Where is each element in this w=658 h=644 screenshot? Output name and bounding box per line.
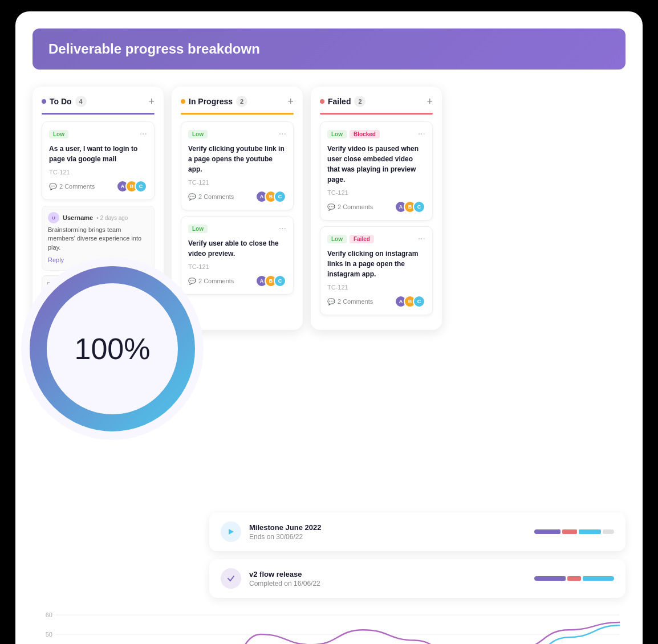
kanban-card: Low ··· Verify clicking youtube link in … <box>181 121 294 210</box>
card-comments: 💬 2 Comments <box>49 183 95 190</box>
card-title: Verify video is paused when user close e… <box>327 144 425 185</box>
svg-text:60: 60 <box>46 612 52 618</box>
card-comments: 💬 2 Comments <box>327 298 373 305</box>
comment-count: 2 Comments <box>59 183 95 190</box>
chart-line <box>55 625 620 644</box>
badge-low: Low <box>327 130 347 138</box>
badge-blocked: Blocked <box>350 130 380 138</box>
col-header-failed: Failed 2 + <box>320 96 433 107</box>
card-avatars: ABC <box>255 190 286 203</box>
sections-wrapper: To Do 4 + Low ··· As a user, I want to l… <box>33 87 625 644</box>
svg-text:50: 50 <box>46 631 52 638</box>
card-badges: LowFailed ··· <box>327 234 425 244</box>
card-avatars: ABC <box>395 295 425 308</box>
comment-user: U Username • 2 days ago <box>48 212 148 223</box>
card-footer: 💬 2 Comments ABC <box>49 180 147 193</box>
badge-failed: Failed <box>350 235 374 243</box>
col-underline-todo <box>42 113 155 115</box>
card-badges: LowBlocked ··· <box>327 129 425 139</box>
milestone-date: Ends on 30/06/22 <box>249 533 526 541</box>
card-id: TC-121 <box>327 284 425 291</box>
comment-icon: 💬 <box>188 193 196 201</box>
bar-segment <box>562 529 577 534</box>
milestone-info: Milestone June 2022 Ends on 30/06/22 <box>249 523 526 541</box>
milestone-title: v2 flow release <box>249 570 526 578</box>
bar-segment <box>603 529 614 534</box>
col-count-failed: 2 <box>354 96 365 107</box>
kanban-card: Low ··· As a user, I want to login to pa… <box>42 121 155 200</box>
comment-count: 2 Comments <box>198 193 234 200</box>
milestone-bar <box>534 576 614 581</box>
card-id: TC-121 <box>49 169 147 176</box>
comment-count: 2 Comments <box>338 298 373 305</box>
avatar: C <box>135 180 147 193</box>
card-id: TC-121 <box>327 189 425 196</box>
col-dot-todo <box>42 99 46 104</box>
comment-icon: 💬 <box>327 298 335 305</box>
avatar: C <box>274 190 286 203</box>
col-title-inprogress: In Progress <box>189 97 233 106</box>
card-menu[interactable]: ··· <box>279 129 286 139</box>
comment-text: Brainstorming brings team members' diver… <box>48 226 148 252</box>
col-add-failed[interactable]: + <box>427 96 433 107</box>
bar-segment <box>583 576 614 581</box>
card-avatars: ABC <box>395 201 425 213</box>
col-count-inprogress: 2 <box>236 96 247 107</box>
svg-marker-2 <box>229 529 234 535</box>
donut-percentage: 100% <box>75 332 151 366</box>
badge-low: Low <box>327 235 347 243</box>
col-dot-inprogress <box>181 99 185 104</box>
bar-segment <box>579 529 601 534</box>
kanban-col-failed: Failed 2 + LowBlocked ··· Verify video i… <box>311 87 442 330</box>
badge-low: Low <box>49 130 68 138</box>
card-badges: Low ··· <box>49 129 147 139</box>
chart-section: 605040302010 JanFebMarAprMayJunJulAugSep… <box>33 609 625 644</box>
col-dot-failed <box>320 99 324 104</box>
milestone-card-milestone1: Milestone June 2022 Ends on 30/06/22 <box>209 512 625 551</box>
card-comments: 💬 2 Comments <box>327 203 373 211</box>
chart-svg: 605040302010 <box>33 609 625 644</box>
col-count-todo: 4 <box>75 96 87 107</box>
card-menu[interactable]: ··· <box>418 234 425 244</box>
comment-icon: 💬 <box>49 183 57 190</box>
chart-wrapper: 605040302010 <box>33 609 625 644</box>
card-menu[interactable]: ··· <box>140 129 147 139</box>
card-menu[interactable]: ··· <box>279 223 286 234</box>
col-title-todo: To Do <box>50 97 72 106</box>
kanban-card: LowBlocked ··· Verify video is paused wh… <box>320 121 433 221</box>
chart-line <box>55 622 620 644</box>
milestone-bar <box>534 529 614 534</box>
col-title-failed: Failed <box>328 97 351 106</box>
card-avatars: ABC <box>255 275 286 287</box>
milestone-card-milestone2: v2 flow release Completed on 16/06/22 <box>209 559 625 598</box>
card-title: Verify clicking youtube link in a page o… <box>188 144 286 174</box>
comment-username: Username <box>63 214 93 221</box>
avatar: C <box>413 201 425 213</box>
header-banner: Deliverable progress breakdown <box>33 28 625 70</box>
milestone-title: Milestone June 2022 <box>249 523 526 532</box>
badge-low: Low <box>188 225 208 233</box>
card-badges: Low ··· <box>188 223 286 234</box>
card-title: As a user, I want to login to page via g… <box>49 144 147 164</box>
milestone-date: Completed on 16/06/22 <box>249 580 526 588</box>
avatar: C <box>274 275 286 287</box>
card-menu[interactable]: ··· <box>418 129 425 139</box>
avatar: C <box>413 295 425 308</box>
col-add-inprogress[interactable]: + <box>287 96 294 107</box>
milestone-info: v2 flow release Completed on 16/06/22 <box>249 570 526 588</box>
card-footer: 💬 2 Comments ABC <box>327 201 425 213</box>
check-icon <box>221 568 241 589</box>
card-id: TC-121 <box>188 179 286 186</box>
main-container: Deliverable progress breakdown To Do 4 +… <box>15 11 643 644</box>
comment-icon: 💬 <box>327 203 335 211</box>
donut-area: 100% <box>21 258 204 440</box>
play-icon <box>221 521 241 542</box>
card-title: Verify user able to close the video prev… <box>188 238 286 259</box>
badge-low: Low <box>188 130 208 138</box>
comment-avatar: U <box>48 212 59 223</box>
col-add-todo[interactable]: + <box>148 96 155 107</box>
col-underline-inprogress <box>181 113 294 115</box>
page-title: Deliverable progress breakdown <box>48 41 610 57</box>
comment-time: • 2 days ago <box>96 215 128 221</box>
bar-segment <box>534 529 560 534</box>
